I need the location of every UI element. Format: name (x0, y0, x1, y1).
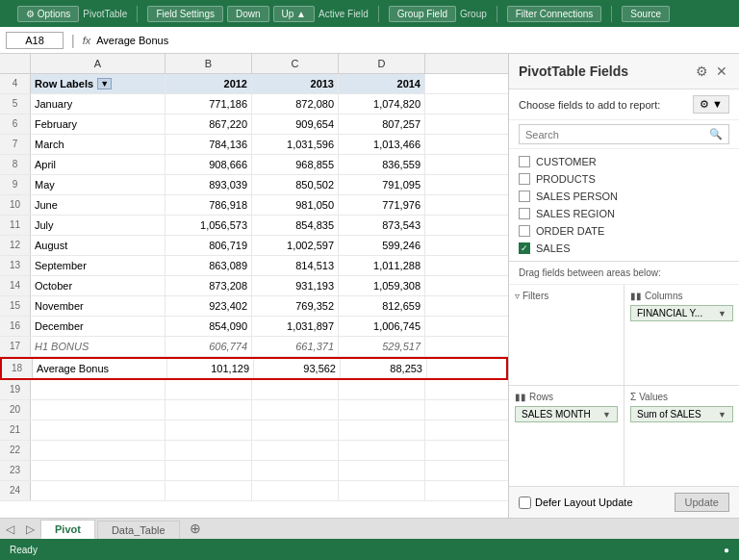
cell-b[interactable]: 867,220 (166, 115, 252, 134)
cell-a[interactable]: May (31, 175, 166, 194)
table-row[interactable]: 20 (0, 400, 508, 420)
cell-a[interactable]: February (31, 115, 166, 134)
pivot-close-icon[interactable]: ✕ (714, 62, 729, 81)
cell-a[interactable]: Row Labels ▼ (31, 74, 166, 93)
cell-b[interactable] (166, 441, 252, 460)
cell-b[interactable] (166, 481, 252, 500)
cell-c[interactable]: 968,855 (252, 155, 339, 174)
cell-b[interactable]: 908,666 (166, 155, 252, 174)
field-list-item[interactable]: CUSTOMER (509, 153, 739, 170)
tab-nav-left[interactable]: ◁ (0, 520, 20, 539)
cell-a[interactable]: July (31, 216, 166, 235)
cell-b[interactable]: 2012 (166, 74, 252, 93)
field-checkbox[interactable] (519, 173, 530, 185)
table-row[interactable]: 4Row Labels ▼201220132014 (0, 74, 508, 94)
cell-c[interactable] (252, 461, 339, 480)
cell-a[interactable]: January (31, 94, 166, 114)
cell-b[interactable] (166, 380, 252, 399)
cell-b[interactable]: 786,918 (166, 195, 252, 215)
cell-c[interactable]: 2013 (252, 74, 339, 93)
cell-d[interactable] (339, 420, 425, 440)
table-row[interactable]: 7March784,1361,031,5961,013,466 (0, 135, 508, 155)
cell-b[interactable] (166, 420, 252, 440)
cell-d[interactable]: 807,257 (339, 115, 425, 134)
cell-a[interactable] (31, 441, 166, 460)
cell-b[interactable]: 1,056,573 (166, 216, 252, 235)
cell-d[interactable]: 812,659 (339, 296, 425, 316)
cell-b[interactable]: 863,089 (166, 256, 252, 275)
table-row[interactable]: 16December854,0901,031,8971,006,745 (0, 317, 508, 337)
cell-d[interactable] (339, 441, 425, 460)
cell-a[interactable]: Average Bonus (33, 359, 167, 378)
tab-nav-right[interactable]: ▷ (20, 520, 40, 539)
down-button[interactable]: Down (227, 6, 269, 22)
cell-c[interactable]: 1,031,596 (252, 135, 339, 154)
cell-d[interactable]: 599,246 (339, 236, 425, 255)
cell-c[interactable] (252, 441, 339, 460)
cell-d[interactable] (339, 461, 425, 480)
table-row[interactable]: 19 (0, 380, 508, 400)
table-row[interactable]: 11July1,056,573854,835873,543 (0, 216, 508, 236)
cell-a[interactable] (31, 380, 166, 399)
cell-c[interactable]: 1,031,897 (252, 317, 339, 336)
cell-d[interactable]: 771,976 (339, 195, 425, 215)
cell-c[interactable]: 850,502 (252, 175, 339, 194)
table-row[interactable]: 9May893,039850,502791,095 (0, 175, 508, 195)
sheet-tab-pivot[interactable]: Pivot (40, 520, 95, 539)
cell-d[interactable] (339, 380, 425, 399)
cell-c[interactable]: 1,002,597 (252, 236, 339, 255)
cell-c[interactable]: 814,513 (252, 256, 339, 275)
sheet-tab-data_table[interactable]: Data_Table (97, 521, 180, 539)
source-button[interactable]: Source (622, 6, 670, 22)
pivot-settings-icon[interactable]: ⚙ (694, 62, 710, 81)
field-checkbox[interactable] (519, 191, 530, 202)
table-row[interactable]: 12August806,7191,002,597599,246 (0, 236, 508, 256)
cell-a[interactable]: H1 BONUS (31, 337, 166, 356)
cell-b[interactable]: 923,402 (166, 296, 252, 316)
cell-c[interactable]: 931,193 (252, 276, 339, 295)
filter-button[interactable]: ▼ (97, 78, 112, 89)
table-row[interactable]: 24 (0, 481, 508, 501)
cell-b[interactable]: 854,090 (166, 317, 252, 336)
field-checkbox[interactable] (519, 208, 530, 219)
field-list-item[interactable]: ✓SALES (509, 240, 739, 257)
cell-b[interactable]: 101,129 (167, 359, 254, 378)
defer-layout-label[interactable]: Defer Layout Update (519, 496, 633, 509)
cell-c[interactable] (252, 481, 339, 500)
average-bonus-row[interactable]: 18Average Bonus101,12993,56288,253 (0, 357, 508, 380)
cell-b[interactable]: 806,719 (166, 236, 252, 255)
values-tag-sumofsales[interactable]: Sum of SALES ▼ (630, 406, 733, 422)
cell-c[interactable]: 769,352 (252, 296, 339, 316)
cell-b[interactable]: 771,186 (166, 94, 252, 114)
cell-c[interactable]: 909,654 (252, 115, 339, 134)
add-sheet-button[interactable]: ⊕ (182, 518, 209, 539)
cell-d[interactable]: 836,559 (339, 155, 425, 174)
cell-d[interactable]: 529,517 (339, 337, 425, 356)
update-button[interactable]: Update (675, 493, 729, 512)
field-checkbox[interactable] (519, 225, 530, 237)
cell-c[interactable]: 981,050 (252, 195, 339, 215)
cell-b[interactable] (166, 461, 252, 480)
pivot-search-input[interactable] (525, 129, 703, 140)
cell-c[interactable]: 854,835 (252, 216, 339, 235)
cell-d[interactable]: 1,006,745 (339, 317, 425, 336)
cell-d[interactable]: 1,074,820 (339, 94, 425, 114)
cell-reference[interactable] (6, 32, 64, 49)
cell-d[interactable] (339, 481, 425, 500)
filterconnections-button[interactable]: Filter Connections (507, 6, 602, 22)
groupfield-button[interactable]: Group Field (389, 6, 456, 22)
table-row[interactable]: 15November923,402769,352812,659 (0, 296, 508, 317)
cell-a[interactable]: November (31, 296, 166, 316)
field-checkbox[interactable]: ✓ (519, 242, 530, 254)
field-list-item[interactable]: ORDER DATE (509, 222, 739, 240)
cell-b[interactable]: 606,774 (166, 337, 252, 356)
cell-a[interactable]: April (31, 155, 166, 174)
table-row[interactable]: 5January771,186872,0801,074,820 (0, 94, 508, 115)
cell-a[interactable]: March (31, 135, 166, 154)
cell-c[interactable]: 93,562 (254, 359, 341, 378)
table-row[interactable]: 17H1 BONUS606,774661,371529,517 (0, 337, 508, 357)
table-row[interactable]: 6February867,220909,654807,257 (0, 115, 508, 135)
up-button[interactable]: Up ▲ (273, 6, 315, 22)
table-row[interactable]: 23 (0, 461, 508, 481)
cell-a[interactable]: September (31, 256, 166, 275)
